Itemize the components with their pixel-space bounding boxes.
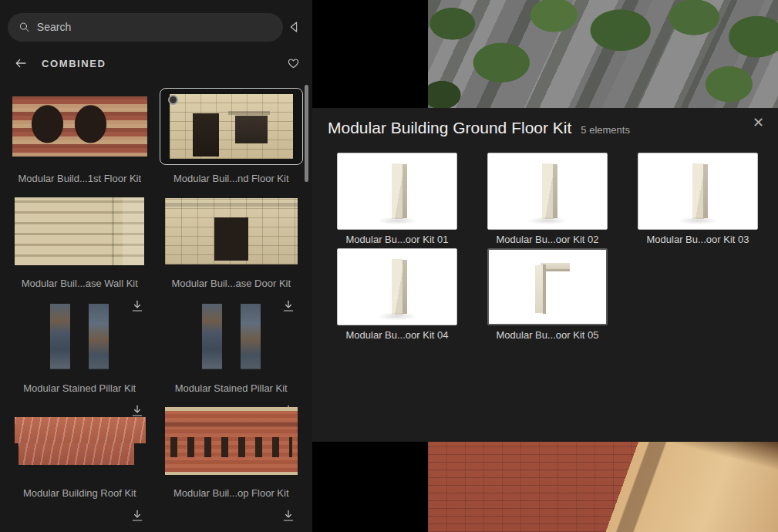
- kit-element-label: Modular Bu...oor Kit 02: [497, 234, 599, 245]
- corner-piece-thumbnail: [489, 250, 606, 324]
- asset-item[interactable]: Modular Build...1st Floor Kit: [8, 83, 152, 188]
- asset-item[interactable]: Modular Stained Pillar Kit: [160, 293, 304, 398]
- sidebar-scrollbar[interactable]: [305, 85, 308, 182]
- viewport-3d-bottom[interactable]: [312, 442, 778, 532]
- kit-element[interactable]: Modular Bu...oor Kit 03: [638, 153, 758, 245]
- asset-item-partial[interactable]: [160, 503, 304, 532]
- asset-item[interactable]: Modular Stained Pillar Kit: [8, 293, 152, 398]
- kit-element-card[interactable]: [638, 153, 758, 230]
- asset-label: Modular Build...1st Floor Kit: [18, 173, 141, 184]
- search-input[interactable]: [37, 21, 272, 33]
- brick-ground-image: [428, 442, 778, 532]
- asset-item[interactable]: Modular Building Roof Kit: [8, 398, 152, 503]
- breadcrumb-row: COMBINED: [9, 52, 305, 74]
- asset-item-partial[interactable]: [8, 503, 152, 532]
- kit-element-label: Modular Bu...oor Kit 05: [497, 329, 599, 341]
- asset-sidebar: COMBINED Modular Build...1st Floor Kit M…: [0, 0, 312, 532]
- wall-piece-thumbnail: [638, 153, 757, 229]
- asset-thumbnail: [12, 96, 147, 157]
- kit-element-count: 5 elements: [581, 124, 630, 136]
- asset-thumbnail: [165, 198, 298, 264]
- wall-piece-thumbnail: [338, 153, 456, 229]
- asset-thumbnail: [15, 197, 144, 265]
- asset-thumbnail: [170, 94, 293, 159]
- asset-label: Modular Building Roof Kit: [23, 487, 136, 499]
- asset-item[interactable]: Modular Buil...ase Door Kit: [160, 188, 304, 293]
- breadcrumb: COMBINED: [42, 58, 106, 69]
- kit-element[interactable]: Modular Bu...oor Kit 04: [337, 248, 457, 341]
- asset-label: Modular Buil...ase Door Kit: [171, 278, 291, 289]
- wall-piece-thumbnail: [338, 249, 456, 325]
- asset-thumbnail: [22, 300, 137, 372]
- asset-thumbnail: [173, 300, 289, 372]
- asset-label: Modular Buil...ase Wall Kit: [22, 278, 138, 289]
- kit-element-grid: Modular Bu...oor Kit 01 Modular Bu...oor…: [312, 146, 778, 341]
- favorite-icon[interactable]: [281, 52, 305, 75]
- kit-element[interactable]: Modular Bu...oor Kit 02: [487, 153, 608, 245]
- viewport-letterbox: [312, 0, 428, 108]
- asset-label: Modular Stained Pillar Kit: [175, 382, 288, 394]
- kit-element[interactable]: Modular Bu...oor Kit 01: [337, 153, 457, 245]
- collapse-panel-icon[interactable]: [283, 15, 306, 39]
- viewport-3d-top[interactable]: [312, 0, 778, 108]
- viewport-letterbox: [312, 442, 428, 532]
- status-circle-icon: [168, 95, 178, 105]
- asset-label: Modular Stained Pillar Kit: [23, 382, 136, 394]
- asset-label: Modular Buil...nd Floor Kit: [173, 173, 289, 184]
- asset-label: Modular Buil...op Floor Kit: [173, 487, 289, 499]
- close-icon[interactable]: ✕: [749, 113, 767, 133]
- asset-item[interactable]: Modular Buil...op Floor Kit: [160, 398, 304, 503]
- aerial-scene-image: [428, 0, 778, 108]
- asset-thumbnail: [10, 405, 149, 477]
- app-window: COMBINED Modular Build...1st Floor Kit M…: [0, 0, 778, 532]
- kit-elements-panel: Modular Building Ground Floor Kit 5 elem…: [312, 108, 778, 442]
- asset-thumbnail: [165, 407, 298, 475]
- kit-element-card[interactable]: [487, 248, 608, 325]
- kit-element-card[interactable]: [337, 248, 457, 325]
- kit-element-label: Modular Bu...oor Kit 03: [647, 234, 749, 245]
- kit-title: Modular Building Ground Floor Kit: [328, 119, 571, 137]
- kit-element-label: Modular Bu...oor Kit 04: [346, 329, 449, 341]
- asset-item[interactable]: Modular Buil...ase Wall Kit: [8, 188, 152, 293]
- asset-grid: Modular Build...1st Floor Kit Modular Bu…: [8, 83, 303, 532]
- kit-element-label: Modular Bu...oor Kit 01: [346, 234, 449, 245]
- kit-panel-header: Modular Building Ground Floor Kit 5 elem…: [312, 119, 778, 146]
- kit-element-card[interactable]: [337, 153, 457, 230]
- search-row: [8, 12, 306, 42]
- kit-element-card[interactable]: [487, 153, 608, 230]
- back-icon[interactable]: [9, 52, 32, 75]
- kit-element-selected[interactable]: Modular Bu...oor Kit 05: [487, 248, 608, 341]
- search-bar[interactable]: [8, 13, 283, 42]
- wall-piece-thumbnail: [488, 153, 607, 229]
- viewport-area: Modular Building Ground Floor Kit 5 elem…: [312, 0, 778, 532]
- asset-item-selected[interactable]: Modular Buil...nd Floor Kit: [160, 83, 304, 188]
- search-icon: [19, 21, 30, 33]
